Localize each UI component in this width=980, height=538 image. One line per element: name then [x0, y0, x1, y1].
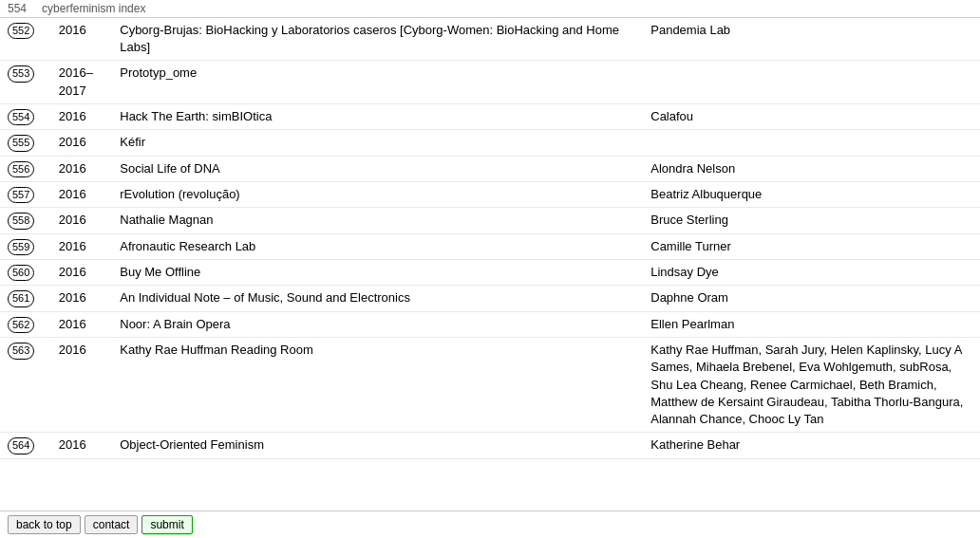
row-title: Kéfir [112, 130, 643, 156]
row-author [643, 61, 980, 103]
row-id: 552 [0, 18, 51, 61]
row-year: 2016 [51, 18, 113, 61]
row-author: Kathy Rae Huffman, Sarah Jury, Helen Kap… [643, 338, 980, 433]
row-id: 553 [0, 61, 51, 103]
row-year: 2016 [51, 208, 113, 233]
table-row: 5582016Nathalie MagnanBruce Sterling [0, 208, 980, 233]
row-year: 2016 [51, 233, 113, 259]
row-id: 561 [0, 286, 51, 311]
row-title: Hack The Earth: simBIOtica [112, 103, 643, 129]
table-row: 5632016Kathy Rae Huffman Reading RoomKat… [0, 338, 980, 433]
row-author: Calafou [643, 103, 980, 129]
row-title: Object-Oriented Feminism [112, 433, 643, 458]
row-year: 2016 [51, 103, 113, 129]
row-author: Lindsay Dye [643, 260, 980, 286]
row-author: Daphne Oram [643, 286, 980, 311]
row-id: 560 [0, 260, 51, 286]
row-id: 556 [0, 156, 51, 181]
row-year: 2016 [51, 286, 113, 311]
table-row: 5602016Buy Me OfflineLindsay Dye [0, 260, 980, 286]
row-title: Buy Me Offline [112, 260, 643, 286]
top-bar-tag: cyberfeminism index [42, 2, 145, 15]
row-title: Kathy Rae Huffman Reading Room [112, 338, 643, 433]
table-row: 5522016Cyborg-Brujas: BioHacking y Labor… [0, 18, 980, 61]
row-year: 2016 [51, 433, 113, 458]
table-row: 5592016Afronautic Research LabCamille Tu… [0, 233, 980, 259]
row-title: Social Life of DNA [112, 156, 643, 181]
row-year: 2016 [51, 260, 113, 286]
row-id: 558 [0, 208, 51, 233]
row-title: Prototyp_ome [112, 61, 643, 103]
table-row: 5552016Kéfir [0, 130, 980, 156]
row-author: Camille Turner [643, 233, 980, 259]
row-author: Pandemia Lab [643, 18, 980, 61]
table-row: 5612016An Individual Note – of Music, So… [0, 286, 980, 311]
row-author [643, 130, 980, 156]
row-title: Nathalie Magnan [112, 208, 643, 233]
row-title: Noor: A Brain Opera [112, 311, 643, 337]
row-author: Katherine Behar [643, 433, 980, 458]
row-year: 2016 [51, 130, 113, 156]
row-year: 2016 [51, 311, 113, 337]
row-year: 2016 [51, 181, 113, 207]
row-id: 555 [0, 130, 51, 156]
table-row: 5542016Hack The Earth: simBIOticaCalafou [0, 103, 980, 129]
table-row: 5622016Noor: A Brain OperaEllen Pearlman [0, 311, 980, 337]
row-id: 554 [0, 103, 51, 129]
row-year: 2016 [51, 156, 113, 181]
index-table: 5522016Cyborg-Brujas: BioHacking y Labor… [0, 18, 980, 459]
table-row: 5642016Object-Oriented FeminismKatherine… [0, 433, 980, 458]
row-author: Beatriz Albuquerque [643, 181, 980, 207]
row-id: 557 [0, 181, 51, 207]
row-year: 2016– 2017 [51, 61, 113, 103]
row-id: 564 [0, 433, 51, 458]
row-id: 559 [0, 233, 51, 259]
row-title: Afronautic Research Lab [112, 233, 643, 259]
row-title: Cyborg-Brujas: BioHacking y Laboratorios… [112, 18, 643, 61]
table-row: 5572016rEvolution (revolução)Beatriz Alb… [0, 181, 980, 207]
table-row: 5532016– 2017Prototyp_ome [0, 61, 980, 103]
row-id: 562 [0, 311, 51, 337]
row-year: 2016 [51, 338, 113, 433]
table-row: 5562016Social Life of DNAAlondra Nelson [0, 156, 980, 181]
row-id: 563 [0, 338, 51, 433]
row-title: An Individual Note – of Music, Sound and… [112, 286, 643, 311]
row-author: Ellen Pearlman [643, 311, 980, 337]
top-bar: 554 cyberfeminism index [0, 0, 980, 18]
row-author: Alondra Nelson [643, 156, 980, 181]
row-title: rEvolution (revolução) [112, 181, 643, 207]
row-author: Bruce Sterling [643, 208, 980, 233]
top-bar-number: 554 [8, 2, 27, 15]
